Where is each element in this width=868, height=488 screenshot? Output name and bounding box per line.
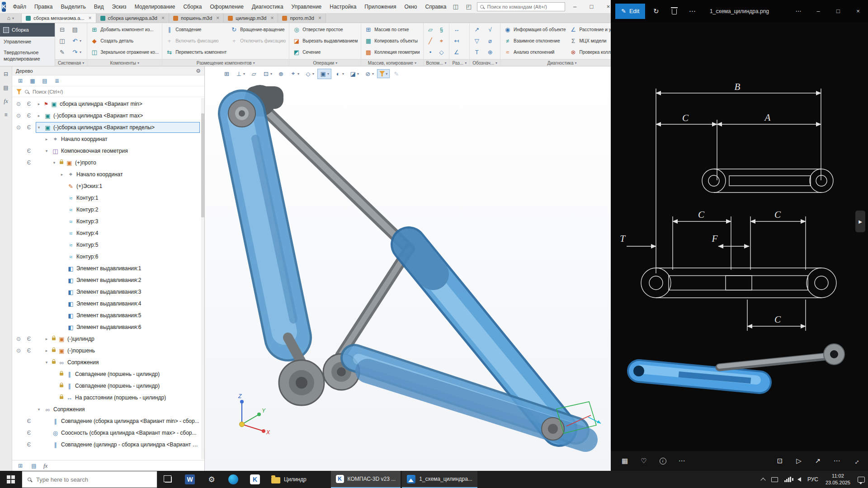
- tree-item[interactable]: ↔На расстоянии (поршень - цилиндр): [12, 392, 204, 404]
- viewport-tool-zoom-area[interactable]: ⊡▾: [260, 69, 274, 79]
- ref-icon[interactable]: Є: [26, 430, 32, 436]
- ribbon-button[interactable]: ≈Анализ отклонений: [502, 47, 567, 58]
- viewport-tool-sketch-edit[interactable]: ✎: [391, 69, 402, 79]
- tree-scrollbar[interactable]: [201, 98, 204, 459]
- doc-tab[interactable]: прото.m3d×: [278, 14, 326, 23]
- tree-item-main[interactable]: ≈Контур:3: [36, 216, 200, 227]
- menu-item-Настройка[interactable]: Настройка: [326, 0, 360, 14]
- ref-icon[interactable]: Є: [26, 441, 32, 448]
- next-image-button[interactable]: ▶: [855, 211, 865, 232]
- ribbon-button-aux-point[interactable]: •: [426, 47, 436, 58]
- command-search-input[interactable]: [486, 4, 562, 10]
- tree-item[interactable]: Є∥Совпадение (цилиндр - сборка цилиндра …: [12, 439, 204, 450]
- tree-structure-icon[interactable]: ⊞: [16, 77, 24, 85]
- ribbon-button[interactable]: +Отключить фиксацию: [229, 35, 287, 47]
- tree-item[interactable]: ⊙Є▸⚑▣сборка цилиндра <Вариант min>: [12, 98, 204, 110]
- ribbon-button-note-leader[interactable]: ↗: [472, 24, 484, 35]
- eye-icon[interactable]: ⊙: [15, 124, 22, 131]
- close-tab-icon[interactable]: ×: [216, 15, 219, 21]
- ribbon-group-label[interactable]: Массив, копирование▾: [361, 59, 423, 66]
- ribbon-button[interactable]: ◉Информация об объекте: [502, 24, 567, 35]
- menu-item-Окно[interactable]: Окно: [401, 0, 421, 14]
- menu-item-Управление[interactable]: Управление: [288, 0, 326, 14]
- menu-item-Справка[interactable]: Справка: [421, 0, 450, 14]
- tree-item[interactable]: ▾∞Сопряжения: [12, 404, 204, 415]
- tree-item-main[interactable]: ◧Элемент выдавливания:5: [36, 310, 200, 321]
- edge-button[interactable]: [222, 471, 244, 488]
- command-search[interactable]: [477, 2, 565, 11]
- photos-tool-slideshow[interactable]: ▷: [791, 453, 807, 469]
- doc-tab[interactable]: сборка цилиндра.a3d×: [96, 14, 169, 23]
- start-button[interactable]: [0, 471, 22, 488]
- photo-canvas[interactable]: B C A C C T F C: [611, 22, 868, 451]
- ribbon-button-redo[interactable]: ↷▾: [70, 47, 85, 58]
- word-button[interactable]: [179, 471, 201, 488]
- ribbon-group-label[interactable]: Обознач...▾: [470, 59, 500, 66]
- ribbon-button[interactable]: ⊞Добавить компонент из...: [89, 24, 160, 35]
- ref-icon[interactable]: Є: [26, 124, 32, 131]
- pin-joint[interactable]: [228, 100, 255, 127]
- ribbon-button-note-marker[interactable]: ⊕: [486, 47, 498, 58]
- viewport-tool-sketch-plane[interactable]: ▱: [248, 69, 259, 79]
- tree-item-main[interactable]: ∥Совпадение (поршень - цилиндр): [36, 380, 200, 391]
- menu-item-Файл[interactable]: Файл: [9, 0, 30, 14]
- tree-item-main[interactable]: ≈Контур:2: [36, 204, 200, 215]
- hidden-icons-button[interactable]: [758, 471, 768, 488]
- taskbar-window-photos[interactable]: 1_схема_цилиндра...: [402, 471, 477, 488]
- edit-button[interactable]: ✎ Edit: [615, 4, 645, 19]
- ribbon-group-label[interactable]: Операции▾: [289, 59, 361, 66]
- tree-expand-arrow[interactable]: ▾: [36, 125, 42, 130]
- taskbar-search[interactable]: [22, 471, 157, 488]
- ribbon-button-note-branding[interactable]: ⌀: [486, 35, 498, 47]
- ribbon-group-label[interactable]: Диагностика▾: [500, 59, 611, 66]
- tree-item[interactable]: ∥Совпадение (поршень - цилиндр): [12, 380, 204, 392]
- 3d-viewport[interactable]: ⊞⊥▾▱⊡▾⊕⌖▾◇▾▣▾◐▾◪▾⊘▾▾✎: [205, 66, 611, 471]
- tree-item[interactable]: ▾∞Сопряжения: [12, 357, 204, 368]
- photos-tool-fullscreen[interactable]: ↔: [848, 453, 863, 469]
- minimize-button[interactable]: –: [568, 1, 582, 13]
- ribbon-button-aux-cs[interactable]: ⌖: [437, 35, 447, 47]
- photos-tool-zoom-fit[interactable]: ⊡: [772, 453, 788, 469]
- mode-item-Твердотельное моделирование[interactable]: Твердотельное моделирование: [0, 47, 55, 65]
- tree-item[interactable]: ⊙Є▸▣(-)поршень: [12, 345, 204, 357]
- tree-item-main[interactable]: ◧Элемент выдавливания:6: [36, 322, 200, 333]
- tree-panel-icon[interactable]: ⊟: [2, 70, 10, 78]
- doc-tab[interactable]: сборка механизма.a...×: [22, 14, 96, 23]
- tree-expand-arrow[interactable]: ▸: [43, 137, 50, 141]
- volume-tray-icon[interactable]: [794, 471, 804, 488]
- taskbar-clock[interactable]: 11:02 23.05.2025: [821, 473, 854, 486]
- tree-expand-arrow[interactable]: ▾: [43, 360, 50, 365]
- tree-item[interactable]: ◧Элемент выдавливания:4: [12, 298, 204, 310]
- ribbon-group-label[interactable]: Раз...▾: [449, 59, 469, 66]
- ribbon-button-aux-spiral[interactable]: §: [437, 24, 447, 35]
- tree-item[interactable]: Є◎Соосность (сборка цилиндра <Вариант ma…: [12, 427, 204, 439]
- tree-item[interactable]: ✎(+)Эскиз:1: [12, 180, 204, 192]
- menu-item-Моделирование[interactable]: Моделирование: [131, 0, 179, 14]
- tree-item-main[interactable]: ▸⌖Начало координат: [36, 134, 200, 145]
- delete-icon[interactable]: [667, 4, 681, 19]
- tree-item[interactable]: ◧Элемент выдавливания:1: [12, 263, 204, 274]
- ribbon-button[interactable]: ↻Вращение-вращение: [229, 24, 287, 35]
- menu-item-Сборка[interactable]: Сборка: [179, 0, 206, 14]
- home-tab-button[interactable]: ⌂ ▾: [0, 14, 22, 23]
- ribbon-button[interactable]: ◎Отверстие простое: [291, 24, 359, 35]
- tree-item[interactable]: ◧Элемент выдавливания:5: [12, 310, 204, 321]
- ribbon-button-dim-linear[interactable]: ↤: [452, 35, 467, 47]
- taskbar-window-kompas[interactable]: КОМПАС-3D v23 ...: [331, 471, 401, 488]
- viewport-tool-grid[interactable]: ⊞: [221, 69, 232, 79]
- tree-item-main[interactable]: ∥Совпадение (поршень - цилиндр): [36, 369, 200, 380]
- tree-item-main[interactable]: ≈Контур:6: [36, 251, 200, 262]
- viewport-tool-section-display[interactable]: ◪▾: [347, 69, 361, 79]
- maximize-button[interactable]: □: [585, 1, 599, 13]
- tree-item-main[interactable]: ▸⚑▣сборка цилиндра <Вариант min>: [36, 99, 200, 109]
- tree-item-main[interactable]: ◧Элемент выдавливания:4: [36, 298, 200, 309]
- menu-item-Правка[interactable]: Правка: [30, 0, 57, 14]
- tree-scrollbar-thumb[interactable]: [201, 113, 204, 217]
- mode-active-assembly[interactable]: Сборка: [0, 23, 55, 37]
- taskbar-search-input[interactable]: [35, 476, 151, 483]
- tree-item-main[interactable]: ∥Совпадение (сборка цилиндра <Вариант mi…: [36, 416, 200, 427]
- tree-item[interactable]: ◧Элемент выдавливания:3: [12, 286, 204, 298]
- ribbon-button[interactable]: ⊞Массив по сетке: [363, 24, 421, 35]
- tree-item[interactable]: ≈Контур:4: [12, 227, 204, 239]
- tree-item[interactable]: ≈Контур:1: [12, 192, 204, 204]
